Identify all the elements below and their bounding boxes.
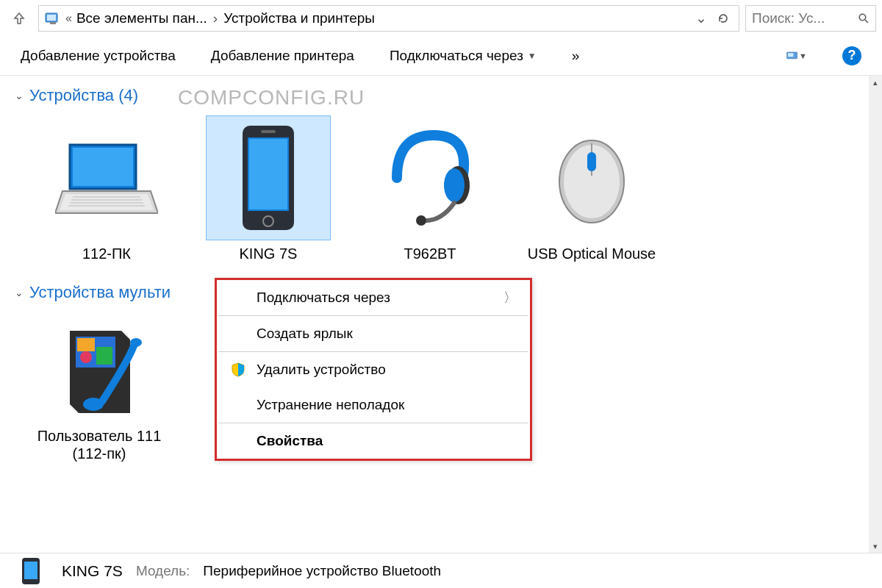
search-input[interactable]: Поиск: Ус... [745,5,876,32]
breadcrumb-item-1[interactable]: Все элементы пан... [76,10,207,26]
svg-rect-25 [96,347,112,365]
svg-rect-13 [249,139,287,209]
svg-point-3 [859,14,865,20]
svg-rect-30 [24,562,37,579]
breadcrumb-item-2[interactable]: Устройства и принтеры [223,10,375,26]
search-placeholder: Поиск: Ус... [752,10,853,26]
dropdown-icon: ▼ [528,51,537,61]
add-device-button[interactable]: Добавление устройства [21,48,176,64]
svg-rect-24 [77,338,95,351]
device-item-mouse[interactable]: USB Optical Mouse [514,115,669,262]
laptop-icon [44,115,169,240]
command-toolbar: Добавление устройства Добавление принтер… [0,36,882,76]
refresh-button[interactable] [714,9,733,28]
context-menu: Подключаться через 〉 Создать ярлык Удали… [215,278,532,461]
svg-rect-15 [261,130,276,133]
help-icon: ? [848,48,856,63]
group-header-devices[interactable]: ⌄ Устройства (4) [0,76,869,110]
phone-icon [13,556,49,586]
view-options-button[interactable]: ▼ [786,49,807,63]
details-model-label: Модель: [136,563,190,579]
svg-point-18 [416,215,426,226]
menu-item-connect-via[interactable]: Подключаться через 〉 [217,280,530,315]
media-player-icon [44,312,154,423]
svg-rect-6 [788,53,794,57]
svg-point-28 [130,338,142,347]
address-bar: « Все элементы пан... › Устройства и при… [0,0,882,36]
device-item-media-player[interactable]: Пользователь 111 (112-пк) [29,312,169,462]
up-button[interactable] [6,5,32,32]
breadcrumb-overflow-icon: « [65,12,72,25]
history-dropdown-button[interactable]: ⌄ [692,9,711,28]
device-item-headset[interactable]: T962BT [353,115,507,262]
scroll-up-icon[interactable]: ▴ [869,76,882,89]
device-item-phone[interactable]: KING 7S [191,115,345,262]
details-pane: KING 7S Модель: Периферийное устройство … [0,553,882,588]
devices-row: 112-ПК KING 7S [0,110,869,262]
refresh-icon [717,12,729,24]
details-model-value: Периферийное устройство Bluetooth [203,563,441,579]
breadcrumb-box[interactable]: « Все элементы пан... › Устройства и при… [38,5,739,32]
toolbar-overflow-button[interactable]: » [572,48,580,64]
shield-uac-icon [230,362,246,377]
search-icon [858,12,870,24]
menu-item-remove-device[interactable]: Удалить устройство [217,352,530,387]
device-item-pc[interactable]: 112-ПК [29,115,184,262]
headset-icon [368,115,492,240]
mouse-icon [529,115,654,240]
svg-rect-22 [587,152,596,171]
svg-rect-2 [50,22,56,24]
up-arrow-icon [12,11,26,26]
svg-line-4 [865,20,868,23]
collapse-icon: ⌄ [15,90,24,101]
phone-icon [206,115,331,240]
details-device-name: KING 7S [62,562,123,580]
add-printer-button[interactable]: Добавление принтера [211,48,354,64]
menu-item-create-shortcut[interactable]: Создать ярлык [217,316,530,351]
scroll-down-icon[interactable]: ▾ [869,539,882,553]
submenu-arrow-icon: 〉 [503,289,517,306]
connect-via-button[interactable]: Подключаться через ▼ [390,48,537,64]
chevron-right-icon: › [212,10,219,26]
menu-item-troubleshoot[interactable]: Устранение неполадок [217,387,530,423]
vertical-scrollbar[interactable]: ▴ ▾ [869,76,882,553]
collapse-icon: ⌄ [15,287,24,298]
control-panel-icon [45,10,61,26]
menu-item-properties[interactable]: Свойства [217,423,530,459]
svg-rect-1 [47,15,56,21]
svg-point-17 [444,168,465,202]
help-button[interactable]: ? [842,46,861,65]
svg-point-26 [80,351,92,363]
